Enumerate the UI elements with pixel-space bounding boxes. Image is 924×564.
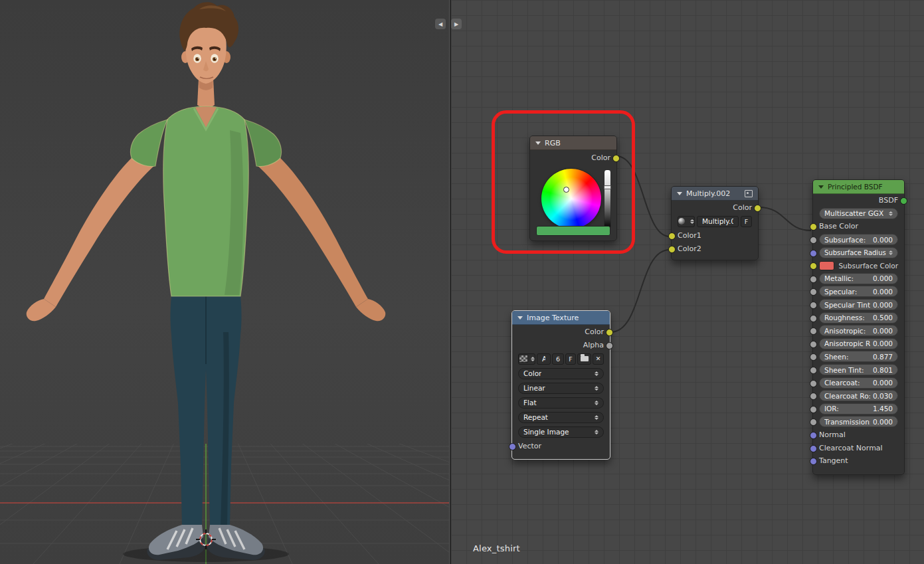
sheen-input-socket[interactable] [810,353,817,361]
datablock-name-field[interactable]: Multiply.0... [697,216,739,227]
close-icon: ✕ [596,356,601,362]
source-select[interactable]: Single Image [518,426,604,438]
anisotropic-rotation-input-socket[interactable] [810,341,817,348]
clearcoat-input-socket[interactable] [810,380,817,387]
stepper-arrows-icon [592,371,599,376]
stepper-arrows-icon [530,357,535,361]
clearcoat-roughness-field[interactable]: Clearcoat Ro:0.030 [819,390,898,401]
subsurface-row: Subsurface: 0.000 [813,233,904,246]
clearcoat-row: Clearcoat:0.000 [813,376,904,389]
extension-select[interactable]: Repeat [518,412,604,423]
clearcoat-normal-input-socket[interactable] [810,445,817,452]
distribution-select[interactable]: Multiscatter GGX [819,208,898,219]
specular-tint-field[interactable]: Specular Tint:0.000 [819,299,898,310]
color1-input-socket[interactable] [668,233,676,240]
color-wheel[interactable] [541,169,601,229]
specular-input-socket[interactable] [810,288,817,296]
transmission-input-socket[interactable] [810,419,817,426]
metallic-field[interactable]: Metallic:0.000 [819,273,898,284]
roughness-input-socket[interactable] [810,315,817,322]
collapse-triangle-icon[interactable] [677,192,682,195]
stepper-arrows-icon [592,386,599,391]
value-slider[interactable] [604,169,611,229]
input-label: Color1 [678,231,701,240]
output-label: Color [591,153,610,162]
specular-tint-row: Specular Tint:0.000 [813,298,904,312]
open-image-button[interactable] [577,353,591,365]
collapse-triangle-icon[interactable] [535,141,541,145]
subsurface-radius-row: Subsurface Radius [813,246,904,259]
subsurface-color-row: Subsurface Color [813,259,904,272]
fake-user-button[interactable]: F [565,353,576,365]
unlink-button[interactable]: ✕ [593,353,604,365]
colorspace-select[interactable]: Color [518,368,604,379]
collapse-left-arrow-icon[interactable]: ◀ [435,19,446,29]
collapse-triangle-icon[interactable] [517,316,523,320]
output-label: Color [585,328,604,336]
node-image-texture-header[interactable]: Image Texture [512,311,610,325]
base-color-row: Base Color [813,220,904,233]
node-rgb-header[interactable]: RGB [530,136,616,150]
metallic-input-socket[interactable] [810,276,817,283]
stepper-arrows-icon [592,401,599,405]
color-output-socket[interactable] [754,205,761,212]
roughness-row: Roughness:0.500 [813,311,904,324]
anisotropic-rotation-field[interactable]: Anisotropic R:0.000 [819,338,898,349]
multiply-color2-row: Color2 [672,242,758,255]
stepper-arrows-icon [592,430,599,434]
subsurface-input-socket[interactable] [810,236,817,244]
anisotropic-input-socket[interactable] [810,328,817,335]
subsurface-field[interactable]: Subsurface: 0.000 [819,234,898,245]
alpha-output-socket[interactable] [606,342,613,349]
sheen-field[interactable]: Sheen:0.877 [819,351,898,362]
value-slider-handle[interactable] [604,185,611,189]
node-rgb[interactable]: RGB Color [529,136,617,241]
sheen-tint-input-socket[interactable] [810,367,817,374]
projection-select[interactable]: Flat [518,397,604,409]
interpolation-select[interactable]: Linear [518,383,604,394]
anisotropic-field[interactable]: Anisotropic:0.000 [819,325,898,336]
fake-user-button[interactable]: F [741,216,752,227]
image-name-field[interactable]: Alex [537,353,551,365]
subsurface-radius-input-socket[interactable] [810,250,817,257]
3d-viewport[interactable] [0,0,449,564]
input-label: Base Color [819,222,858,231]
color-output-socket[interactable] [612,155,620,162]
tangent-input-socket[interactable] [810,458,817,465]
subsurface-radius-field[interactable]: Subsurface Radius [819,247,898,258]
sheen-row: Sheen:0.877 [813,350,904,363]
rgb-color-swatch[interactable] [536,226,610,236]
specular-tint-input-socket[interactable] [810,302,817,309]
vector-input-socket[interactable] [509,443,516,450]
node-image-texture[interactable]: Image Texture Color Alpha Alex 6 F ✕ [511,310,610,460]
subsurface-color-swatch[interactable] [819,261,834,270]
datablock-browse-button[interactable] [678,216,695,227]
users-count-button[interactable]: 6 [552,353,564,365]
roughness-field[interactable]: Roughness:0.500 [819,312,898,324]
collapse-right-arrow-icon[interactable]: ▶ [451,19,462,29]
collapse-triangle-icon[interactable] [818,185,824,189]
node-multiply[interactable]: Multiply.002 Color Multiply.0... F Color… [671,186,759,260]
viewport-canvas [0,0,449,564]
specular-field[interactable]: Specular:0.000 [819,286,898,297]
image-browse-button[interactable] [518,353,535,365]
node-principled-bsdf[interactable]: Principled BSDF BSDF Multiscatter GGX Ba… [812,179,905,475]
input-label: Color2 [678,244,701,253]
sheen-tint-field[interactable]: Sheen Tint:0.801 [819,364,898,375]
imgtex-color-output-row: Color [512,325,610,338]
node-title: Principled BSDF [828,183,883,191]
node-principled-header[interactable]: Principled BSDF [813,180,904,194]
node-multiply-header[interactable]: Multiply.002 [672,187,758,201]
subsurface-color-input-socket[interactable] [810,262,817,270]
ior-input-socket[interactable] [810,406,817,413]
clearcoat-field[interactable]: Clearcoat:0.000 [819,377,898,389]
normal-input-socket[interactable] [810,432,817,439]
color-wheel-cursor[interactable] [563,187,569,193]
clearcoat-roughness-input-socket[interactable] [810,393,817,400]
ior-field[interactable]: IOR:1.450 [819,403,898,415]
color2-input-socket[interactable] [668,246,676,253]
stepper-arrows-icon [886,250,893,255]
base-color-input-socket[interactable] [810,223,817,231]
color-output-socket[interactable] [606,329,613,336]
transmission-field[interactable]: Transmission:0.000 [819,416,898,427]
